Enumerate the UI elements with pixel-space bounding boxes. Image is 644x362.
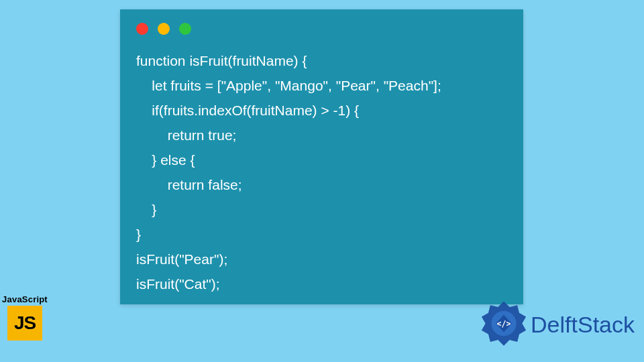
minimize-icon <box>158 23 170 35</box>
window-traffic-lights <box>136 23 191 35</box>
close-icon <box>136 23 148 35</box>
javascript-label: JavaScript <box>2 294 48 304</box>
delftstack-logo-icon: </> <box>480 300 528 349</box>
code-block: function isFruit(fruitName) { let fruits… <box>136 48 507 296</box>
delftstack-name: DelftStack <box>531 312 635 338</box>
javascript-badge: JavaScript JS <box>2 294 48 341</box>
svg-text:</>: </> <box>497 319 511 328</box>
delftstack-brand: </> DelftStack <box>480 300 635 349</box>
maximize-icon <box>179 23 191 35</box>
code-window: function isFruit(fruitName) { let fruits… <box>120 9 523 304</box>
javascript-glyph: JS <box>14 312 36 334</box>
javascript-icon: JS <box>7 306 42 341</box>
